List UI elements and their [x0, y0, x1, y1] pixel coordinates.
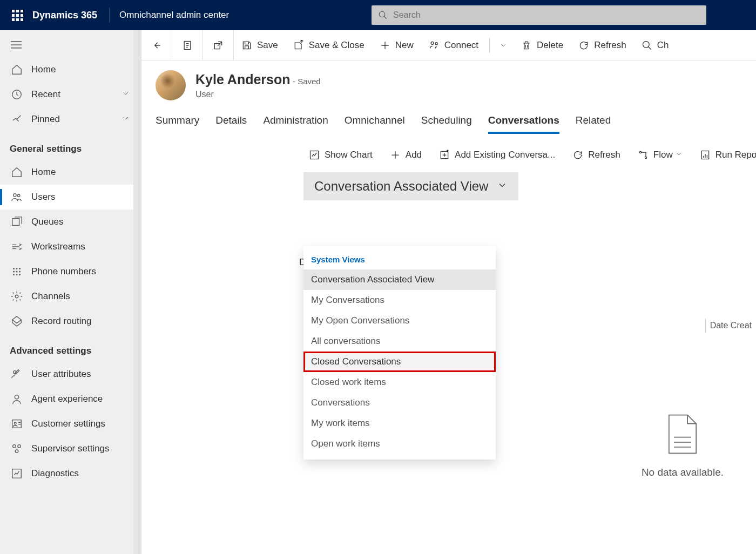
notes-button[interactable] [172, 30, 203, 60]
scrollbar[interactable] [133, 30, 141, 554]
tab-related[interactable]: Related [576, 109, 611, 134]
hamburger-icon[interactable] [0, 35, 141, 57]
sidebar-item-routing[interactable]: Record routing [0, 309, 141, 334]
sidebar-item-label: Pinned [31, 114, 60, 125]
workstream-icon [11, 241, 23, 253]
chevron-down-icon [497, 180, 508, 193]
subgrid-commands: Show Chart Add Add Existing Conversa... … [141, 134, 756, 164]
chevron-down-icon [500, 42, 507, 49]
sidebar-item-label: Home [31, 64, 56, 75]
sidebar-section-advanced: Advanced settings [0, 334, 141, 362]
save-button[interactable]: Save [234, 30, 286, 60]
view-option[interactable]: Conversations [303, 393, 496, 413]
view-option[interactable]: My Open Conversations [303, 310, 496, 331]
view-option[interactable]: Open work items [303, 434, 496, 454]
avatar [156, 70, 186, 100]
show-chart-button[interactable]: Show Chart [303, 146, 378, 164]
sidebar-item-home[interactable]: Home [0, 160, 141, 185]
sidebar-item-workstreams[interactable]: Workstreams [0, 234, 141, 259]
svg-point-16 [15, 395, 18, 399]
new-label: New [395, 40, 414, 51]
sidebar-item-channels[interactable]: Channels [0, 284, 141, 309]
tab-scheduling[interactable]: Scheduling [421, 109, 472, 134]
sidebar-pinned[interactable]: Pinned [0, 107, 141, 132]
sidebar-item-phone[interactable]: Phone numbers [0, 259, 141, 284]
sidebar-item-custset[interactable]: Customer settings [0, 411, 141, 436]
divider [489, 38, 490, 53]
check-button[interactable]: Ch [634, 30, 677, 60]
sidebar-item-agentexp[interactable]: Agent experience [0, 387, 141, 411]
sidebar: Home Recent Pinned General settings Home… [0, 30, 141, 554]
add-existing-button[interactable]: Add Existing Conversa... [434, 146, 561, 164]
app-name-label: Omnichannel admin center [119, 10, 229, 21]
svg-point-21 [15, 450, 18, 453]
tab-admin[interactable]: Administration [263, 109, 328, 134]
new-button[interactable]: New [372, 30, 421, 60]
record-type: User [195, 90, 321, 99]
sidebar-item-label: Agent experience [31, 394, 103, 404]
supervisor-icon [11, 443, 23, 455]
tab-details[interactable]: Details [215, 109, 247, 134]
view-option[interactable]: Closed work items [303, 372, 496, 393]
sidebar-home[interactable]: Home [0, 57, 141, 82]
sidebar-item-label: Channels [31, 291, 70, 302]
report-icon [700, 150, 711, 160]
flow-button[interactable]: Flow [632, 146, 688, 164]
home-icon [11, 166, 23, 178]
view-option[interactable]: My work items [303, 413, 496, 434]
connect-label: Connect [444, 40, 478, 51]
saved-label: - Saved [293, 77, 321, 86]
chevron-down-icon [122, 114, 130, 125]
connect-dropdown[interactable] [493, 30, 514, 60]
label: Flow [653, 150, 673, 160]
chart-icon [309, 150, 320, 160]
view-option[interactable]: Conversation Associated View [303, 269, 496, 290]
tab-summary[interactable]: Summary [156, 109, 199, 134]
view-option[interactable]: All conversations [303, 331, 496, 352]
app-launcher-icon[interactable] [6, 4, 28, 26]
back-button[interactable] [141, 30, 172, 60]
sidebar-item-userattr[interactable]: User attributes [0, 362, 141, 387]
flow-icon [638, 150, 649, 160]
search-icon [378, 10, 388, 20]
routing-icon [11, 315, 23, 327]
tab-omni[interactable]: Omnichannel [345, 109, 405, 134]
svg-point-19 [13, 445, 16, 448]
global-search[interactable] [372, 5, 706, 25]
connect-button[interactable]: Connect [421, 30, 486, 60]
svg-point-9 [16, 271, 17, 272]
delete-button[interactable]: Delete [514, 30, 571, 60]
popout-button[interactable] [203, 30, 234, 60]
run-report-button[interactable]: Run Report [694, 146, 756, 164]
label: Show Chart [325, 150, 373, 160]
svg-point-18 [14, 422, 16, 424]
sidebar-item-users[interactable]: Users [0, 185, 141, 210]
svg-rect-4 [12, 219, 19, 226]
svg-point-13 [19, 274, 21, 275]
sidebar-item-label: Workstreams [31, 241, 85, 252]
sidebar-item-queues[interactable]: Queues [0, 210, 141, 234]
chevron-down-icon [122, 89, 130, 100]
sidebar-recent[interactable]: Recent [0, 82, 141, 107]
plus-icon [380, 40, 390, 51]
tab-conversations[interactable]: Conversations [488, 109, 559, 134]
search-input[interactable] [393, 10, 700, 20]
save-close-button[interactable]: Save & Close [286, 30, 372, 60]
column-header-date[interactable]: Date Creat [705, 319, 756, 333]
add-button[interactable]: Add [384, 146, 427, 164]
sidebar-item-diag[interactable]: Diagnostics [0, 461, 141, 486]
view-selector[interactable]: Conversation Associated View [303, 172, 518, 200]
svg-point-14 [15, 295, 18, 298]
view-option-closed-conversations[interactable]: Closed Conversations [303, 352, 496, 372]
saveclose-label: Save & Close [309, 40, 364, 51]
back-icon [151, 40, 162, 51]
svg-point-3 [17, 194, 20, 197]
subgrid-refresh-button[interactable]: Refresh [567, 146, 626, 164]
label: Run Report [716, 150, 756, 160]
view-selector-label: Conversation Associated View [314, 179, 488, 194]
sidebar-item-supset[interactable]: Supervisor settings [0, 436, 141, 461]
sidebar-item-label: Recent [31, 89, 60, 100]
refresh-button[interactable]: Refresh [571, 30, 634, 60]
view-option[interactable]: My Conversations [303, 290, 496, 310]
sidebar-item-label: Supervisor settings [31, 443, 110, 454]
